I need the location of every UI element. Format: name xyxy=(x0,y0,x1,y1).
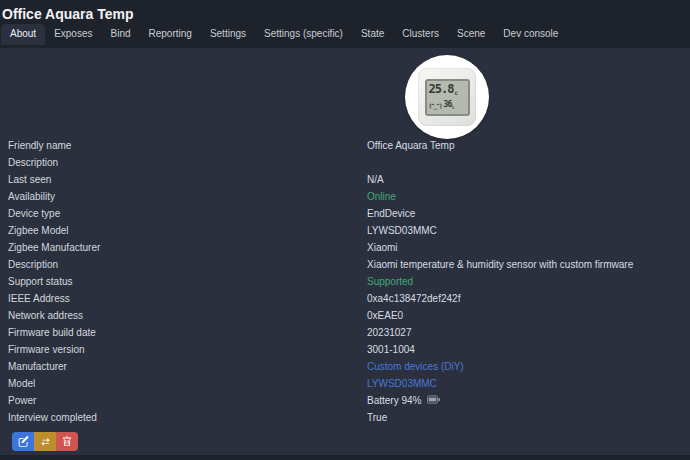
tab-bar: AboutExposesBindReportingSettingsSetting… xyxy=(0,24,690,45)
tab-settings-specific[interactable]: Settings (specific) xyxy=(255,24,352,45)
row-value: 0xEAE0 xyxy=(367,310,403,321)
table-row: Device type EndDevice xyxy=(0,205,690,222)
row-value: True xyxy=(367,412,387,423)
row-label: Model xyxy=(0,378,367,389)
table-row: Firmware build date 20231027 xyxy=(0,324,690,341)
table-row: IEEE Address 0xa4c138472def242f xyxy=(0,290,690,307)
table-row: Power Battery 94% xyxy=(0,392,690,409)
tab-clusters[interactable]: Clusters xyxy=(393,24,448,45)
row-label: Zigbee Manufacturer xyxy=(0,242,367,253)
row-value: LYWSD03MMC xyxy=(367,225,437,236)
footer-strip xyxy=(0,455,690,460)
about-panel: 25.8 c (^_^) 36 % Friendly name Office A… xyxy=(0,48,690,455)
row-value: Battery 94% xyxy=(367,395,440,406)
table-row: Manufacturer Custom devices (DiY) xyxy=(0,358,690,375)
table-row: Zigbee Model LYWSD03MMC xyxy=(0,222,690,239)
tab-state[interactable]: State xyxy=(352,24,393,45)
tab-bind[interactable]: Bind xyxy=(102,24,140,45)
row-label: Availability xyxy=(0,191,367,202)
lcd-humidity-unit: % xyxy=(451,103,454,112)
row-label: Manufacturer xyxy=(0,361,367,372)
row-label: Power xyxy=(0,395,367,406)
row-label: IEEE Address xyxy=(0,293,367,304)
row-value[interactable]: LYWSD03MMC xyxy=(367,378,437,389)
row-value: N/A xyxy=(367,174,384,185)
table-row: Interview completed True xyxy=(0,409,690,426)
tab-about[interactable]: About xyxy=(1,24,45,45)
lcd-comfort-face: (^_^) xyxy=(429,101,442,110)
pencil-square-icon xyxy=(18,436,29,447)
table-row: Availability Online xyxy=(0,188,690,205)
table-row: Firmware version 3001-1004 xyxy=(0,341,690,358)
row-value: 3001-1004 xyxy=(367,344,415,355)
row-value: Xiaomi xyxy=(367,242,398,253)
row-label: Description xyxy=(0,157,367,168)
tab-settings[interactable]: Settings xyxy=(201,24,255,45)
remove-device-button[interactable] xyxy=(56,432,78,451)
swap-arrows-icon xyxy=(40,436,51,447)
row-value[interactable]: Custom devices (DiY) xyxy=(367,361,464,372)
table-row: Model LYWSD03MMC xyxy=(0,375,690,392)
lcd-temperature: 25.8 xyxy=(429,83,454,95)
row-label: Firmware version xyxy=(0,344,367,355)
row-label: Friendly name xyxy=(0,140,367,151)
lcd-humidity: 36 xyxy=(444,100,452,109)
tab-dev-console[interactable]: Dev console xyxy=(494,24,567,45)
row-value: 20231027 xyxy=(367,327,412,338)
row-value: 0xa4c138472def242f xyxy=(367,293,460,304)
table-row: Zigbee Manufacturer Xiaomi xyxy=(0,239,690,256)
table-row: Description Xiaomi temperature & humidit… xyxy=(0,256,690,273)
table-row: Network address 0xEAE0 xyxy=(0,307,690,324)
row-label: Network address xyxy=(0,310,367,321)
edit-device-button[interactable] xyxy=(12,432,34,451)
row-label: Interview completed xyxy=(0,412,367,423)
trash-icon xyxy=(62,436,72,447)
tab-reporting[interactable]: Reporting xyxy=(140,24,201,45)
table-row: Description xyxy=(0,154,690,171)
battery-icon xyxy=(427,395,440,406)
table-row: Support status Supported xyxy=(0,273,690,290)
row-value: Xiaomi temperature & humidity sensor wit… xyxy=(367,259,633,270)
device-actions xyxy=(12,432,78,451)
sensor-lcd-display: 25.8 c (^_^) 36 % xyxy=(425,79,470,116)
page-header: Office Aquara Temp AboutExposesBindRepor… xyxy=(0,0,690,48)
about-table: Friendly name Office Aquara Temp Descrip… xyxy=(0,137,690,426)
table-row: Friendly name Office Aquara Temp xyxy=(0,137,690,154)
reconfigure-device-button[interactable] xyxy=(34,432,56,451)
row-value: EndDevice xyxy=(367,208,415,219)
row-label: Last seen xyxy=(0,174,367,185)
row-value: Supported xyxy=(367,276,413,287)
row-label: Firmware build date xyxy=(0,327,367,338)
row-label: Support status xyxy=(0,276,367,287)
row-label: Device type xyxy=(0,208,367,219)
row-label: Zigbee Model xyxy=(0,225,367,236)
row-value: Online xyxy=(367,191,396,202)
page-title: Office Aquara Temp xyxy=(0,0,690,24)
lcd-temperature-unit: c xyxy=(454,87,458,99)
sensor-photo: 25.8 c (^_^) 36 % xyxy=(418,68,476,126)
device-image: 25.8 c (^_^) 36 % xyxy=(405,55,489,139)
tab-exposes[interactable]: Exposes xyxy=(45,24,101,45)
tab-scene[interactable]: Scene xyxy=(448,24,494,45)
table-row: Last seen N/A xyxy=(0,171,690,188)
row-label: Description xyxy=(0,259,367,270)
row-value: Office Aquara Temp xyxy=(367,140,454,151)
